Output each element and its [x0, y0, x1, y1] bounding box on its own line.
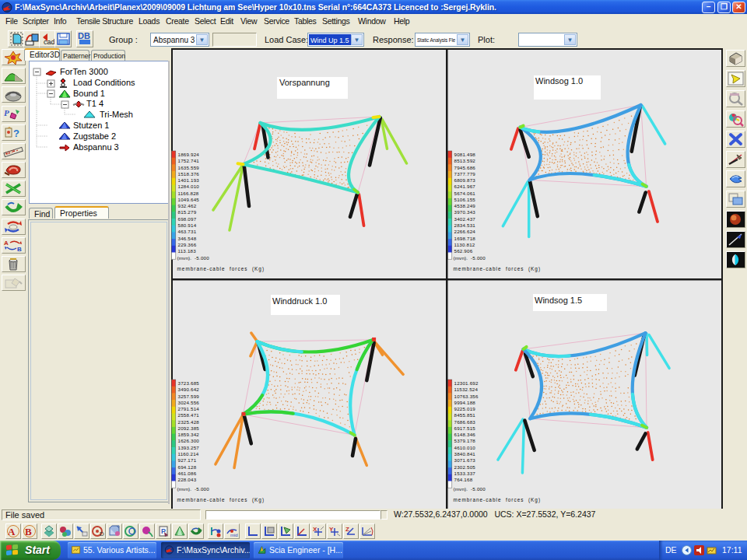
svg-text:Winddruck 1.0: Winddruck 1.0 [272, 296, 327, 306]
svg-text:7686.683: 7686.683 [454, 419, 476, 425]
svg-text:(mvn). -5.000: (mvn). -5.000 [454, 255, 486, 261]
svg-text:3071.673: 3071.673 [454, 457, 476, 463]
svg-text:B: B [17, 246, 22, 253]
svg-text:463.731: 463.731 [178, 229, 197, 234]
svg-text:2791.514: 2791.514 [178, 406, 200, 411]
svg-text:6148.346: 6148.346 [454, 432, 476, 437]
svg-text:1401.193: 1401.193 [178, 177, 200, 183]
svg-text:932.462: 932.462 [178, 203, 197, 208]
svg-text:927.171: 927.171 [178, 457, 197, 463]
svg-text:cad: cad [44, 38, 55, 46]
svg-text:3723.685: 3723.685 [178, 380, 200, 386]
svg-text:4538.249: 4538.249 [454, 203, 476, 208]
svg-text:815.279: 815.279 [178, 209, 197, 215]
svg-text:(mvn). -5.000: (mvn). -5.000 [454, 486, 486, 492]
svg-text:membrane-cable forces (Kg): membrane-cable forces (Kg) [454, 497, 542, 503]
svg-text:Vorspannung: Vorspannung [279, 78, 330, 87]
svg-text:(mvn). -5.000: (mvn). -5.000 [177, 255, 210, 261]
svg-text:9994.188: 9994.188 [454, 400, 476, 405]
svg-text:(mvn). -5.000: (mvn). -5.000 [177, 486, 210, 492]
svg-text:3840.841: 3840.841 [454, 451, 476, 457]
svg-text:2092.385: 2092.385 [178, 425, 200, 431]
svg-text:1160.214: 1160.214 [178, 451, 199, 457]
svg-text:Windsog 1.0: Windsog 1.0 [535, 76, 583, 86]
svg-text:A: A [4, 240, 9, 247]
svg-text:DB: DB [78, 31, 90, 40]
svg-text:Windsog 1.5: Windsog 1.5 [535, 296, 582, 305]
svg-text:1635.559: 1635.559 [178, 165, 200, 170]
svg-text:7945.686: 7945.686 [454, 165, 476, 170]
svg-text:580.914: 580.914 [178, 222, 197, 228]
svg-text:694.128: 694.128 [178, 464, 197, 470]
svg-text:1284.010: 1284.010 [178, 184, 200, 189]
svg-text:698.097: 698.097 [178, 216, 197, 222]
svg-text:Z: Z [345, 526, 349, 533]
svg-text:P: P [4, 108, 9, 117]
svg-text:461.086: 461.086 [178, 471, 197, 476]
svg-text:3024.556: 3024.556 [178, 400, 200, 405]
svg-text:5106.155: 5106.155 [454, 197, 476, 202]
svg-text:4610.010: 4610.010 [454, 445, 476, 450]
svg-text:1518.376: 1518.376 [178, 171, 200, 177]
svg-text:1166.828: 1166.828 [178, 191, 199, 196]
svg-text:1393.257: 1393.257 [178, 445, 200, 450]
svg-text:1859.342: 1859.342 [178, 432, 200, 437]
svg-text:2834.531: 2834.531 [454, 222, 476, 228]
svg-text:12301.692: 12301.692 [454, 380, 479, 386]
svg-text:346.548: 346.548 [178, 236, 197, 241]
svg-text:membrane-cable forces (Kg): membrane-cable forces (Kg) [177, 266, 265, 272]
svg-text:D: D [100, 530, 104, 537]
svg-text:6917.515: 6917.515 [454, 425, 476, 431]
svg-text:1130.812: 1130.812 [454, 242, 475, 247]
svg-text:8455.851: 8455.851 [454, 412, 476, 418]
svg-text:9225.019: 9225.019 [454, 406, 476, 411]
svg-text:1533.337: 1533.337 [454, 471, 476, 476]
svg-text:1698.718: 1698.718 [454, 236, 476, 241]
svg-text:3970.343: 3970.343 [454, 209, 476, 215]
svg-text:7377.779: 7377.779 [454, 171, 476, 177]
svg-text:2325.428: 2325.428 [178, 419, 200, 425]
svg-text:?: ? [13, 128, 19, 139]
svg-text:1626.300: 1626.300 [178, 438, 200, 443]
svg-text:6241.967: 6241.967 [454, 184, 476, 189]
svg-text:mid: mid [230, 533, 238, 537]
svg-text:228.043: 228.043 [178, 477, 197, 482]
svg-text:1049.645: 1049.645 [178, 197, 200, 202]
svg-text:10763.356: 10763.356 [454, 394, 479, 399]
svg-text:2302.505: 2302.505 [454, 464, 476, 470]
svg-text:562.906: 562.906 [454, 248, 473, 254]
svg-text:1869.924: 1869.924 [178, 152, 200, 157]
svg-text:2558.471: 2558.471 [178, 412, 200, 418]
svg-text:3257.599: 3257.599 [178, 394, 200, 399]
svg-text:11532.524: 11532.524 [454, 387, 479, 392]
svg-text:764.168: 764.168 [454, 477, 473, 482]
svg-text:6809.873: 6809.873 [454, 177, 476, 183]
svg-text:3402.437: 3402.437 [454, 216, 476, 222]
svg-text:9081.498: 9081.498 [454, 152, 476, 157]
svg-text:membrane-cable forces (Kg): membrane-cable forces (Kg) [454, 266, 542, 272]
svg-text:8513.592: 8513.592 [454, 158, 476, 163]
svg-text:2266.624: 2266.624 [454, 229, 476, 234]
svg-text:5379.178: 5379.178 [454, 438, 476, 443]
svg-text:1752.741: 1752.741 [178, 158, 200, 163]
svg-text:229.366: 229.366 [178, 242, 197, 247]
svg-text:5674.061: 5674.061 [454, 191, 476, 196]
svg-text:membrane-cable forces (Kg): membrane-cable forces (Kg) [177, 497, 265, 503]
svg-text:113.183: 113.183 [178, 248, 197, 254]
svg-text:3490.642: 3490.642 [178, 387, 200, 392]
